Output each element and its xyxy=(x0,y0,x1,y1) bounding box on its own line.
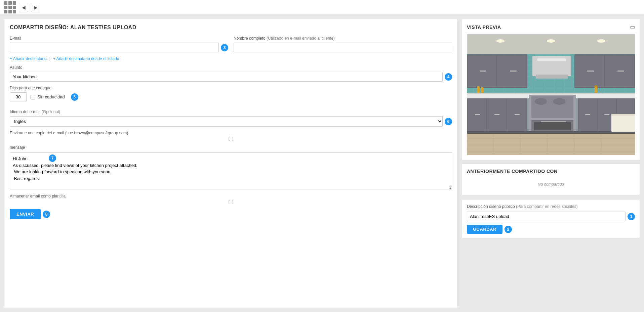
days-badge: 5 xyxy=(71,93,78,101)
top-bar: ◀ ▶ xyxy=(0,0,644,15)
svg-rect-79 xyxy=(611,114,635,116)
add-recipient-list-button[interactable]: + Añadir destinatario desde el listado xyxy=(53,56,119,61)
svg-rect-73 xyxy=(477,86,480,93)
email-input[interactable] xyxy=(10,43,219,52)
svg-rect-40 xyxy=(537,58,566,61)
svg-rect-37 xyxy=(617,71,624,72)
main-container: COMPARTIR DISEÑO: ALAN TEST\ES UPLOAD E-… xyxy=(0,15,644,312)
message-group: mensaje 7 xyxy=(10,145,452,190)
public-desc-note: (Para compartir en redes sociales) xyxy=(516,204,577,209)
message-textarea[interactable] xyxy=(10,152,452,189)
svg-rect-36 xyxy=(587,71,594,72)
svg-rect-32 xyxy=(510,71,517,72)
save-row: GUARDAR 2 xyxy=(467,225,635,234)
send-row: ENVIAR 8 xyxy=(10,209,452,219)
store-template-group: Almacenar email como plantilla xyxy=(10,194,452,204)
save-badge: 2 xyxy=(505,226,512,233)
add-recipient-button[interactable]: + Añadir destinatario xyxy=(10,56,47,61)
separator: | xyxy=(49,56,50,61)
add-recipient-row: + Añadir destinatario | + Añadir destina… xyxy=(10,56,452,61)
email-input-row: 3 xyxy=(10,43,228,52)
days-row: Sin caducidad 5 xyxy=(10,92,452,101)
svg-rect-74 xyxy=(481,87,484,93)
kitchen-svg xyxy=(467,34,635,155)
previously-shared-card: ANTERIORMENTE COMPARTIDO CON No comparti… xyxy=(462,164,640,196)
email-badge: 3 xyxy=(221,44,228,51)
no-expiry-checkbox[interactable] xyxy=(31,95,35,99)
svg-rect-64 xyxy=(534,122,571,130)
svg-rect-65 xyxy=(541,121,566,122)
store-template-checkbox[interactable] xyxy=(10,200,452,204)
language-label: Idioma del e-mail (Opcional) xyxy=(10,109,452,114)
public-desc-card: Descripción diseño público (Para compart… xyxy=(462,199,640,239)
send-badge: 8 xyxy=(43,211,50,218)
svg-rect-78 xyxy=(611,115,635,132)
language-badge: 6 xyxy=(445,118,452,125)
svg-rect-70 xyxy=(585,114,590,115)
save-button[interactable]: GUARDAR xyxy=(467,225,502,234)
days-input[interactable] xyxy=(10,92,27,101)
previously-shared-value: No compartido xyxy=(467,178,635,191)
fullname-input[interactable] xyxy=(234,43,452,52)
svg-rect-57 xyxy=(494,114,499,115)
message-badge: 7 xyxy=(49,154,56,162)
svg-point-2 xyxy=(496,39,505,43)
left-panel: COMPARTIR DISEÑO: ALAN TEST\ES UPLOAD E-… xyxy=(4,19,458,308)
preview-title: VISTA PREVIA xyxy=(467,25,501,30)
public-desc-input-row: 1 xyxy=(467,212,635,221)
svg-rect-77 xyxy=(467,131,635,134)
no-expiry-group: Sin caducidad xyxy=(31,94,65,99)
language-group: Idioma del e-mail (Opcional) Inglés Espa… xyxy=(10,109,452,127)
fullname-note: (Utilizado en e-mail enviado al cliente) xyxy=(267,36,335,41)
message-label: mensaje xyxy=(10,145,452,150)
days-group: Dias para que caduque Sin caducidad 5 xyxy=(10,86,452,105)
svg-rect-42 xyxy=(467,93,635,94)
svg-point-76 xyxy=(594,85,598,87)
right-panel: VISTA PREVIA ▭ xyxy=(462,19,640,308)
svg-point-61 xyxy=(535,98,547,105)
subject-input[interactable] xyxy=(10,72,443,82)
svg-point-3 xyxy=(547,39,555,43)
send-button[interactable]: ENVIAR xyxy=(10,209,41,219)
public-desc-title-row: Descripción diseño público (Para compart… xyxy=(467,204,635,209)
preview-title-row: VISTA PREVIA ▭ xyxy=(467,24,635,30)
store-template-label: Almacenar email como plantilla xyxy=(10,194,452,198)
language-select-row: Inglés Español Francés Alemán 6 xyxy=(10,116,452,127)
email-group: E-mail 3 xyxy=(10,36,228,52)
subject-label: Asunto xyxy=(10,65,452,70)
message-wrapper: 7 xyxy=(10,152,452,190)
no-expiry-label: Sin caducidad xyxy=(37,94,65,99)
svg-rect-56 xyxy=(475,114,480,115)
svg-rect-71 xyxy=(604,114,609,115)
copy-checkbox-group: Enviarme una copia del e-mail (sue.brown… xyxy=(10,131,452,141)
public-desc-input[interactable] xyxy=(467,212,626,221)
days-label: Dias para que caduque xyxy=(10,86,452,90)
subject-badge: 4 xyxy=(445,73,452,81)
grid-icon xyxy=(4,1,16,13)
language-optional: (Opcional) xyxy=(42,109,60,114)
page-title: COMPARTIR DISEÑO: ALAN TEST\ES UPLOAD xyxy=(10,25,452,31)
svg-rect-31 xyxy=(480,71,486,72)
public-desc-badge: 1 xyxy=(628,213,635,220)
previously-shared-title: ANTERIORMENTE COMPARTIDO CON xyxy=(467,169,635,174)
subject-input-row: 4 xyxy=(10,72,452,82)
subject-group: Asunto 4 xyxy=(10,65,452,82)
language-select[interactable]: Inglés Español Francés Alemán xyxy=(10,116,443,127)
svg-rect-39 xyxy=(536,75,568,79)
email-label: E-mail xyxy=(10,36,228,41)
svg-point-62 xyxy=(553,98,565,105)
preview-card: VISTA PREVIA ▭ xyxy=(462,19,640,160)
svg-rect-58 xyxy=(515,114,520,115)
monitor-icon: ▭ xyxy=(630,24,635,30)
email-fullname-row: E-mail 3 Nombre completo (Utilizado en e… xyxy=(10,36,452,52)
kitchen-preview-image xyxy=(467,34,635,155)
copy-checkbox[interactable] xyxy=(10,137,452,141)
svg-rect-1 xyxy=(467,34,635,54)
fullname-group: Nombre completo (Utilizado en e-mail env… xyxy=(234,36,452,52)
back-button[interactable]: ◀ xyxy=(19,3,28,12)
svg-point-4 xyxy=(597,39,605,43)
fullname-label: Nombre completo (Utilizado en e-mail env… xyxy=(234,36,452,41)
copy-label: Enviarme una copia del e-mail (sue.brown… xyxy=(10,131,452,135)
forward-button[interactable]: ▶ xyxy=(31,3,40,12)
